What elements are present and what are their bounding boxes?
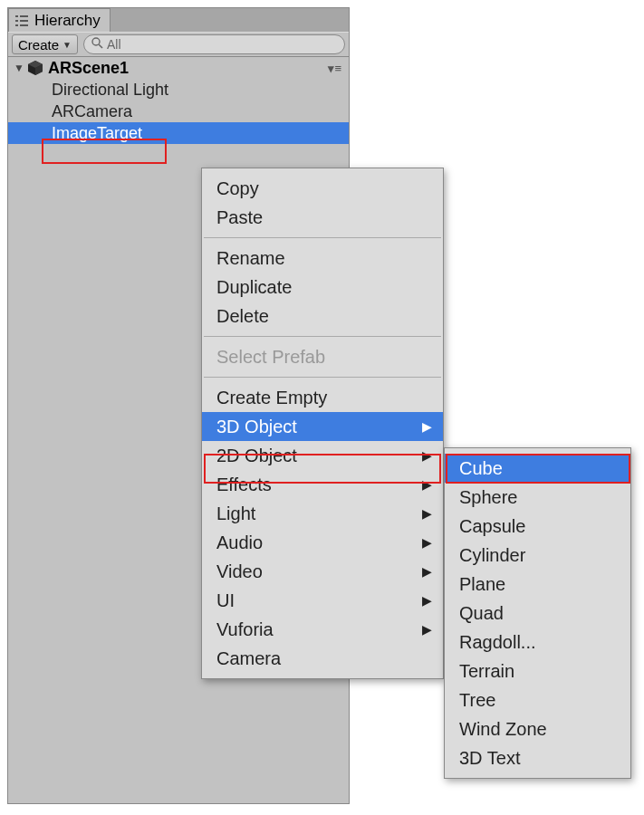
submenu-item[interactable]: Ragdoll... [445, 628, 630, 657]
submenu-item[interactable]: Sphere [445, 483, 630, 512]
hierarchy-item[interactable]: ARCamera [8, 101, 349, 122]
menu-item[interactable]: Camera [202, 644, 443, 673]
submenu-arrow-icon: ▶ [422, 564, 432, 579]
menu-item[interactable]: UI▶ [202, 586, 443, 615]
submenu-arrow-icon: ▶ [422, 506, 432, 521]
submenu-arrow-icon: ▶ [422, 419, 432, 434]
search-icon [91, 37, 103, 52]
menu-item-label: Paste [216, 207, 263, 228]
menu-item[interactable]: Rename [202, 244, 443, 273]
chevron-down-icon: ▼ [62, 40, 72, 50]
submenu-item-label: Quad [459, 603, 504, 624]
menu-item-label: 3D Object [216, 417, 297, 437]
submenu-item[interactable]: Tree [445, 686, 630, 714]
menu-item-label: Duplicate [216, 277, 292, 298]
hierarchy-tab[interactable]: Hierarchy [8, 8, 111, 32]
submenu-item-label: Sphere [459, 487, 518, 508]
menu-item[interactable]: Light▶ [202, 499, 443, 528]
submenu-item-label: Capsule [459, 516, 525, 537]
submenu-item[interactable]: Capsule [445, 512, 630, 541]
menu-item[interactable]: Paste [202, 203, 443, 232]
hierarchy-item-label: ImageTarget [52, 124, 142, 143]
scene-row[interactable]: ▼ ARScene1 ▾≡ [8, 57, 349, 79]
menu-item-label: Light [216, 503, 255, 524]
menu-item-label: Vuforia [216, 619, 274, 640]
menu-item-label: Delete [216, 306, 269, 327]
tab-bar: Hierarchy [8, 8, 349, 32]
menu-separator [204, 377, 441, 378]
submenu-item-label: Tree [459, 690, 495, 711]
scene-menu-icon[interactable]: ▾≡ [328, 62, 341, 75]
submenu-item-label: 3D Text [459, 748, 520, 769]
submenu-item-label: Ragdoll... [459, 632, 536, 653]
submenu-item[interactable]: Terrain [445, 657, 630, 686]
submenu-arrow-icon: ▶ [422, 535, 432, 550]
context-menu: CopyPasteRenameDuplicateDeleteSelect Pre… [201, 168, 444, 679]
create-label: Create [18, 37, 59, 53]
menu-item[interactable]: Copy [202, 174, 443, 203]
submenu-item[interactable]: Wind Zone [445, 714, 630, 743]
menu-item[interactable]: Duplicate [202, 273, 443, 302]
menu-item-label: Rename [216, 248, 285, 269]
menu-item-label: Video [216, 561, 263, 582]
menu-item-label: 2D Object [216, 446, 297, 466]
menu-item-label: UI [216, 590, 235, 611]
tab-title: Hierarchy [34, 12, 101, 30]
submenu-item[interactable]: 3D Text [445, 743, 630, 772]
submenu-item-label: Wind Zone [459, 719, 547, 740]
submenu-arrow-icon: ▶ [422, 622, 432, 637]
submenu-item-label: Plane [459, 574, 505, 595]
menu-item-label: Camera [216, 648, 281, 669]
search-input[interactable]: All [83, 34, 345, 54]
submenu-item[interactable]: Cube [445, 454, 630, 483]
hierarchy-icon [14, 14, 29, 27]
foldout-toggle[interactable]: ▼ [14, 62, 26, 74]
menu-item-label: Audio [216, 532, 263, 553]
hierarchy-item-label: ARCamera [52, 102, 132, 121]
menu-item[interactable]: Audio▶ [202, 528, 443, 557]
menu-item[interactable]: Vuforia▶ [202, 615, 443, 644]
menu-separator [204, 336, 441, 337]
submenu-arrow-icon: ▶ [422, 477, 432, 492]
submenu-item[interactable]: Plane [445, 570, 630, 599]
hierarchy-item[interactable]: ImageTarget [8, 122, 349, 144]
submenu-arrow-icon: ▶ [422, 448, 432, 463]
submenu-item[interactable]: Cylinder [445, 541, 630, 570]
submenu-arrow-icon: ▶ [422, 593, 432, 608]
submenu-item-label: Terrain [459, 661, 514, 682]
submenu-item-label: Cylinder [459, 545, 525, 566]
submenu-item[interactable]: Quad [445, 599, 630, 628]
search-placeholder: All [107, 37, 121, 52]
menu-item[interactable]: 3D Object▶ [202, 412, 443, 441]
submenu-item-label: Cube [459, 458, 503, 479]
submenu-3d-object: CubeSphereCapsuleCylinderPlaneQuadRagdol… [444, 447, 631, 779]
menu-item[interactable]: Effects▶ [202, 470, 443, 499]
menu-item-label: Create Empty [216, 388, 327, 408]
unity-icon [26, 59, 44, 77]
menu-item[interactable]: 2D Object▶ [202, 441, 443, 470]
menu-item[interactable]: Video▶ [202, 557, 443, 586]
menu-item-label: Select Prefab [216, 347, 325, 368]
hierarchy-item-label: Directional Light [52, 81, 168, 100]
menu-item: Select Prefab [202, 342, 443, 371]
svg-line-7 [99, 44, 102, 48]
menu-item-label: Effects [216, 475, 272, 495]
menu-item[interactable]: Create Empty [202, 383, 443, 412]
menu-item-label: Copy [216, 178, 259, 199]
hierarchy-item[interactable]: Directional Light [8, 79, 349, 101]
create-dropdown[interactable]: Create ▼ [12, 34, 78, 54]
scene-name: ARScene1 [48, 59, 129, 78]
hierarchy-toolbar: Create ▼ All [8, 32, 349, 57]
menu-item[interactable]: Delete [202, 302, 443, 331]
menu-separator [204, 237, 441, 238]
svg-point-6 [92, 38, 100, 45]
hierarchy-tree: ▼ ARScene1 ▾≡ Directional LightARCameraI… [8, 57, 349, 144]
